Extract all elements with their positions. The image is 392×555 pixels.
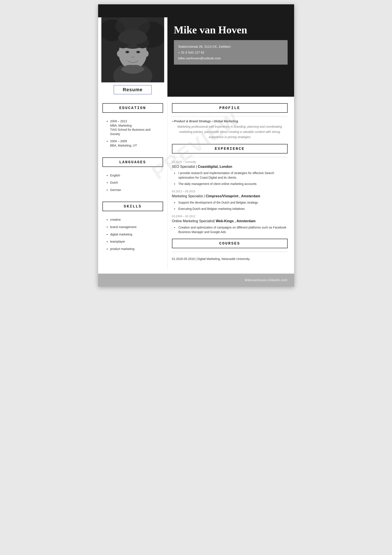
edu-years-2: 2004 – 2009 bbox=[110, 139, 127, 143]
phone: + 31 6 543 127 62 bbox=[178, 49, 283, 55]
job1-period: 07.2015 – currently bbox=[172, 160, 288, 163]
edu-years-1: 2009 – 2013 bbox=[110, 119, 127, 123]
left-top: Resume bbox=[98, 17, 167, 97]
job1-bullet-1: I provide research and implementation of… bbox=[174, 171, 288, 180]
job3-bullets: Creation and optimization of campaigns o… bbox=[172, 225, 288, 234]
profile-subtitle: ▪ Product & Brand Strategy ▪ Global Mark… bbox=[172, 119, 288, 123]
left-sidebar: EDUCATION 2009 – 2013 MBA, Marketing TIA… bbox=[98, 101, 167, 269]
footer-bar: Mikevanhoven.linkedin.com bbox=[98, 274, 294, 287]
courses-title: COURSES bbox=[219, 241, 240, 246]
svg-point-16 bbox=[117, 51, 121, 57]
svg-point-17 bbox=[144, 51, 149, 57]
job2-bullet-2: Executing Dutch and Belgian marketing in… bbox=[174, 207, 288, 211]
profile-title: PROFILE bbox=[219, 106, 240, 110]
job3-title: Online Marketing Specialist| Web-Kings ,… bbox=[172, 219, 288, 223]
skill-brand-management: brand management bbox=[107, 225, 161, 229]
edu-degree-2: BBA, Marketing, UT bbox=[110, 144, 137, 147]
experience-section-box: EXPERIENCE bbox=[172, 144, 288, 153]
languages-list: English Dutch German bbox=[102, 171, 163, 197]
courses-section-box: COURSES bbox=[172, 239, 288, 248]
education-item-1: 2009 – 2013 MBA, Marketing TIAS School f… bbox=[107, 119, 161, 136]
experience-title: EXPERIENCE bbox=[215, 146, 244, 151]
svg-point-13 bbox=[126, 51, 128, 53]
top-section: Resume Mike van Hoven Stationsstraat 26,… bbox=[98, 17, 294, 97]
skill-creative: creative bbox=[107, 218, 161, 222]
skills-section-box: SKILLS bbox=[102, 202, 163, 211]
profile-description: Marketing professional with experience i… bbox=[172, 124, 288, 140]
svg-point-10 bbox=[119, 31, 147, 44]
languages-title: LANGUAGES bbox=[119, 160, 146, 164]
course-1-description: Digital Marketing, Newcastle University. bbox=[197, 257, 250, 261]
job1-title: SEO Specialist | Coastdigital, London bbox=[172, 165, 288, 169]
courses-divider bbox=[172, 252, 288, 252]
right-main: PROFILE ▪ Product & Brand Strategy ▪ Glo… bbox=[167, 101, 294, 269]
edu-degree-1: MBA, Marketing bbox=[110, 124, 132, 127]
job3-bullet-1: Creation and optimization of campaigns o… bbox=[174, 225, 288, 234]
profile-photo-svg bbox=[101, 17, 164, 82]
skills-list: creative brand management digital market… bbox=[102, 215, 163, 256]
header-bar bbox=[98, 4, 294, 17]
footer-linkedin: Mikevanhoven.linkedin.com bbox=[245, 278, 288, 282]
language-german: German bbox=[107, 188, 161, 192]
svg-point-14 bbox=[137, 51, 139, 53]
skill-teamplayer: teamplayer bbox=[107, 240, 161, 244]
edu-school-1: TIAS School for Business and Society bbox=[110, 128, 150, 136]
education-list: 2009 – 2013 MBA, Marketing TIAS School f… bbox=[102, 117, 163, 153]
profile-section-box: PROFILE bbox=[172, 103, 288, 113]
job1-bullets: I provide research and implementation of… bbox=[172, 171, 288, 186]
resume-page: PREVIEW bbox=[98, 4, 294, 287]
job3-period: 03.2009 – 02.2012 bbox=[172, 215, 288, 218]
email: Mike.vanhoven@outlook.com bbox=[178, 55, 283, 61]
profile-divider bbox=[172, 116, 288, 117]
job2-title: Marketing Specialist | Cimpress/Vistapri… bbox=[172, 194, 288, 198]
skill-digital-marketing: digital marketing bbox=[107, 232, 161, 237]
job2-bullet-1: Support the development of the Dutch and… bbox=[174, 200, 288, 205]
main-content: EDUCATION 2009 – 2013 MBA, Marketing TIA… bbox=[98, 97, 294, 269]
address: Stationsstraat 26, 3110 CK, Zeddam bbox=[178, 44, 283, 49]
resume-label-box: Resume bbox=[114, 85, 152, 95]
resume-label: Resume bbox=[123, 87, 143, 92]
job3-company: Web-Kings , Amsterdam bbox=[216, 219, 256, 223]
job1-company: Coastdigital, London bbox=[198, 165, 232, 168]
course-1-period: 01.2016-05.2016 | bbox=[172, 257, 196, 261]
experience-divider bbox=[172, 157, 288, 157]
languages-section-box: LANGUAGES bbox=[102, 157, 163, 167]
svg-point-15 bbox=[131, 56, 134, 58]
photo-placeholder bbox=[101, 17, 164, 82]
skills-title: SKILLS bbox=[124, 204, 142, 209]
photo-container bbox=[101, 17, 164, 82]
course-1: 01.2016-05.2016 | Digital Marketing, New… bbox=[172, 255, 288, 263]
job2-bullets: Support the development of the Dutch and… bbox=[172, 200, 288, 211]
job2-company: Cimpress/Vistaprint , Amsterdam bbox=[206, 194, 260, 198]
right-top: Mike van Hoven Stationsstraat 26, 3110 C… bbox=[167, 17, 294, 97]
education-title: EDUCATION bbox=[119, 106, 146, 110]
skill-product-marketing: product marketing bbox=[107, 247, 161, 251]
job2-period: 03.2012 – 05.2015 bbox=[172, 190, 288, 193]
job1-bullet-2: The daily management of client online ma… bbox=[174, 182, 288, 186]
education-item-2: 2004 – 2009 BBA, Marketing, UT bbox=[107, 139, 161, 148]
language-dutch: Dutch bbox=[107, 181, 161, 185]
education-section-box: EDUCATION bbox=[102, 103, 163, 113]
contact-box: Stationsstraat 26, 3110 CK, Zeddam + 31 … bbox=[174, 40, 288, 65]
language-english: English bbox=[107, 174, 161, 178]
person-name: Mike van Hoven bbox=[174, 24, 288, 36]
